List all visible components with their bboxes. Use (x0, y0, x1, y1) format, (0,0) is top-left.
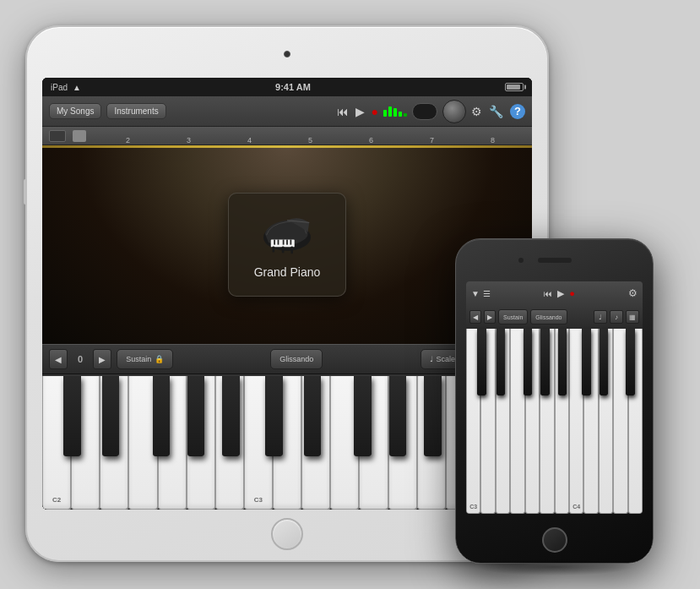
battery-fill (507, 85, 520, 90)
mixer-icon[interactable]: ⚙ (471, 105, 482, 118)
iphone-octave-left[interactable]: ◀ (469, 310, 481, 324)
white-key-c2[interactable]: C2 (42, 376, 71, 510)
record-button[interactable]: ● (372, 105, 378, 118)
settings-icon[interactable]: 🔧 (489, 105, 503, 118)
iphone-c3-label: C3 (469, 504, 477, 510)
status-left: iPad ▲ (51, 83, 81, 92)
wifi-icon: ▲ (73, 83, 81, 92)
white-key-f3[interactable] (330, 376, 359, 510)
track-icon (49, 130, 66, 142)
vu-bar-1 (383, 110, 387, 117)
iphone-settings-icon[interactable]: ⚙ (628, 287, 638, 299)
instrument-card: Grand Piano (228, 193, 347, 297)
iphone-list-icon[interactable]: ☰ (483, 289, 491, 298)
white-key-a2[interactable] (187, 376, 215, 510)
iphone-piano-keyboard[interactable]: C3 C4 (466, 329, 643, 514)
iphone-bk-8[interactable] (626, 329, 634, 395)
sustain-button[interactable]: Sustain 🔒 (117, 349, 173, 369)
white-key-a3[interactable] (388, 376, 417, 510)
svg-rect-5 (286, 240, 288, 245)
c2-label: C2 (52, 496, 61, 504)
white-key-f2[interactable] (128, 376, 157, 510)
iphone-play-icon[interactable]: ▶ (557, 288, 564, 299)
svg-rect-3 (278, 240, 279, 245)
white-key-d3[interactable] (273, 376, 301, 510)
iphone-device: ▼ ☰ ⏮ ▶ ● ⚙ ◀ ▶ Sustain Glissando (455, 238, 654, 564)
scale-icon: ♩ (430, 355, 433, 363)
lcd-display (412, 103, 437, 120)
iphone-c4-label: C4 (572, 504, 580, 510)
vu-bar-4 (399, 112, 402, 117)
svg-rect-9 (282, 246, 285, 253)
play-button[interactable]: ▶ (355, 105, 365, 118)
iphone-controls-bar: ◀ ▶ Sustain Glissando ♩ ♪ ▦ (466, 305, 643, 329)
my-songs-button[interactable]: My Songs (49, 103, 101, 119)
glissando-button[interactable]: Glissando (270, 349, 323, 369)
ipad-home-button[interactable] (271, 518, 303, 550)
ipad-side-button[interactable] (24, 179, 27, 205)
iphone-garageband-screen: ▼ ☰ ⏮ ▶ ● ⚙ ◀ ▶ Sustain Glissando (466, 281, 643, 514)
iphone-layout-icon[interactable]: ▦ (626, 310, 639, 324)
loop-icon (73, 130, 86, 142)
iphone-speaker (538, 258, 572, 263)
ruler-mark-8: 8 (491, 136, 495, 145)
timeline-ruler: 2 3 4 5 6 7 8 (42, 127, 532, 145)
status-bar: iPad ▲ 9:41 AM (42, 78, 532, 96)
white-key-g2[interactable] (158, 376, 187, 510)
svg-rect-8 (290, 246, 293, 254)
help-button[interactable]: ? (510, 104, 525, 119)
svg-rect-7 (272, 246, 274, 252)
iphone-record-icon[interactable]: ● (569, 288, 575, 298)
white-key-e3[interactable] (301, 376, 330, 510)
iphone-bk-7[interactable] (600, 329, 608, 395)
white-key-b3[interactable] (417, 376, 446, 510)
main-toolbar: My Songs Instruments ⏮ ▶ ● (42, 96, 532, 127)
white-key-c3[interactable]: C3 (244, 376, 273, 510)
iphone-bk-6[interactable] (582, 329, 590, 395)
iphone-sustain-button[interactable]: Sustain (498, 309, 528, 324)
iphone-home-button[interactable] (542, 527, 567, 553)
iphone-rewind-icon[interactable]: ⏮ (544, 289, 552, 298)
white-key-e2[interactable] (100, 376, 128, 510)
white-key-d2[interactable] (71, 376, 100, 510)
rewind-button[interactable]: ⏮ (337, 105, 349, 118)
ruler-mark-6: 6 (369, 136, 373, 145)
iphone-scale-icon[interactable]: ♩ (594, 310, 607, 324)
battery-indicator (505, 83, 524, 91)
carrier-label: iPad (51, 83, 68, 92)
instruments-button[interactable]: Instruments (106, 103, 166, 119)
white-key-g3[interactable] (359, 376, 388, 510)
toolbar-right: ⚙ 🔧 ? (471, 104, 525, 119)
octave-right-button[interactable]: ▶ (93, 349, 111, 369)
iphone-shadow (475, 559, 632, 575)
ruler-mark-7: 7 (430, 136, 434, 145)
iphone-chord-icon[interactable]: ♪ (610, 310, 623, 324)
svg-rect-2 (274, 240, 275, 245)
iphone-bk-5[interactable] (558, 329, 567, 395)
ruler-mark-2: 2 (126, 136, 130, 145)
master-volume-knob[interactable] (442, 100, 466, 123)
iphone-transport: ⏮ ▶ ● (544, 288, 575, 299)
iphone-glissando-button[interactable]: Glissando (530, 309, 567, 324)
vu-meter (383, 106, 407, 117)
iphone-octave-right[interactable]: ▶ (484, 310, 496, 324)
iphone-bk-4[interactable] (540, 329, 549, 395)
iphone-toolbar: ▼ ☰ ⏮ ▶ ● ⚙ (466, 281, 643, 305)
svg-rect-6 (290, 240, 291, 245)
octave-left-button[interactable]: ◀ (49, 349, 68, 369)
instrument-name-label: Grand Piano (254, 265, 321, 279)
white-key-b2[interactable] (215, 376, 244, 510)
iphone-arrow-down-icon[interactable]: ▼ (471, 289, 480, 298)
time-display: 9:41 AM (275, 82, 311, 92)
svg-rect-4 (283, 240, 285, 245)
scene: iPad ▲ 9:41 AM My Songs Instruments (0, 0, 700, 589)
octave-number: 0 (73, 354, 88, 364)
status-right (505, 83, 524, 91)
grand-piano-icon (258, 210, 317, 257)
iphone-bk-3[interactable] (524, 329, 532, 395)
c3-label: C3 (254, 496, 263, 504)
iphone-bk-1[interactable] (477, 329, 486, 395)
iphone-bk-2[interactable] (497, 329, 505, 395)
ruler-mark-3: 3 (187, 136, 191, 145)
vu-bar-2 (388, 106, 392, 117)
